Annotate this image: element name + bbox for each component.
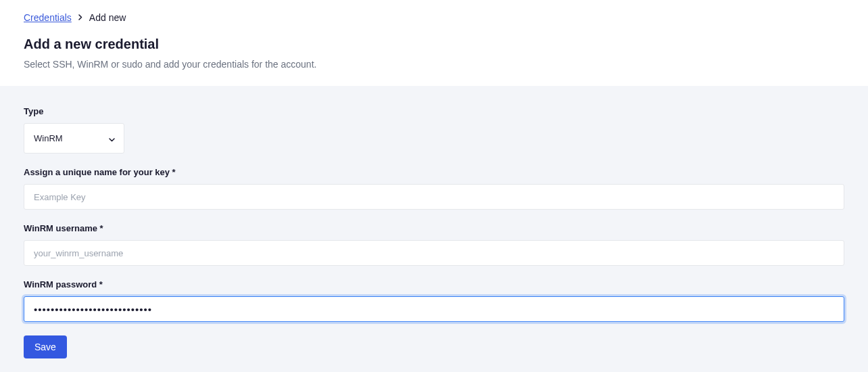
username-label: WinRM username * — [24, 223, 844, 233]
type-select[interactable]: WinRM — [24, 123, 124, 154]
save-button[interactable]: Save — [24, 335, 67, 358]
name-label: Assign a unique name for your key * — [24, 167, 844, 177]
page-header: Credentials Add new Add a new credential… — [0, 0, 868, 86]
credential-form: Type WinRM Assign a unique name for your… — [0, 86, 868, 372]
breadcrumb-link-credentials[interactable]: Credentials — [24, 12, 72, 23]
name-input[interactable] — [24, 184, 844, 210]
password-label: WinRM password * — [24, 279, 844, 289]
username-group: WinRM username * — [24, 223, 844, 266]
page-title: Add a new credential — [24, 37, 844, 52]
type-select-wrapper: WinRM — [24, 123, 124, 154]
chevron-right-icon — [78, 14, 82, 22]
page-subtitle: Select SSH, WinRM or sudo and add your c… — [24, 59, 844, 70]
name-group: Assign a unique name for your key * — [24, 167, 844, 210]
password-group: WinRM password * — [24, 279, 844, 322]
type-label: Type — [24, 106, 844, 116]
breadcrumb: Credentials Add new — [24, 12, 844, 23]
type-group: Type WinRM — [24, 106, 844, 154]
password-input[interactable] — [24, 296, 844, 322]
breadcrumb-current: Add new — [89, 12, 126, 23]
username-input[interactable] — [24, 240, 844, 266]
